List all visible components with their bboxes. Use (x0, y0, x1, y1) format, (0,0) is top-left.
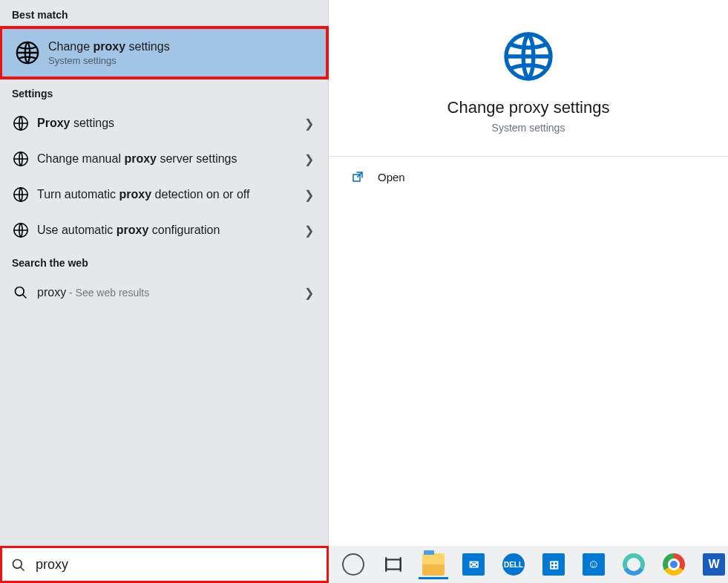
best-match-title: Change proxy settings (48, 40, 170, 53)
chevron-right-icon: ❯ (301, 188, 316, 202)
result-label: Turn automatic proxy detection on or off (37, 186, 301, 203)
result-label: Change manual proxy server settings (37, 151, 301, 167)
globe-icon (12, 221, 30, 239)
file-explorer-button[interactable] (419, 550, 448, 579)
best-match-result[interactable]: Change proxy settings System settings (0, 27, 328, 79)
taskbar-search-box[interactable] (0, 546, 329, 583)
svg-point-5 (16, 287, 24, 296)
mail-icon: ✉ (462, 553, 485, 576)
search-icon (10, 557, 27, 573)
result-label: proxy - See web results (37, 284, 301, 301)
chevron-right-icon: ❯ (301, 286, 316, 300)
svg-line-6 (23, 295, 27, 299)
section-header-web: Search the web (0, 248, 328, 275)
dell-button[interactable]: DELL (499, 550, 528, 579)
contacts-button[interactable]: ☺ (579, 550, 609, 579)
cortana-button[interactable] (338, 550, 368, 579)
chevron-right-icon: ❯ (301, 117, 316, 131)
detail-panel: Change proxy settings System settings Op… (329, 0, 728, 546)
result-label: Proxy settings (37, 115, 301, 131)
open-action[interactable]: Open (329, 157, 728, 197)
best-match-subtitle: System settings (48, 55, 170, 66)
svg-point-9 (13, 559, 22, 568)
svg-rect-11 (386, 560, 401, 570)
word-icon: W (703, 553, 725, 576)
edge-button[interactable] (619, 550, 649, 579)
globe-icon (12, 186, 30, 203)
detail-title: Change proxy settings (344, 98, 713, 117)
result-label: Use automatic proxy configuration (37, 222, 301, 238)
word-button[interactable]: W (699, 550, 728, 579)
section-header-settings: Settings (0, 79, 328, 105)
web-result-proxy[interactable]: proxy - See web results ❯ (0, 275, 328, 310)
mail-button[interactable]: ✉ (459, 550, 488, 579)
globe-icon (12, 150, 30, 168)
search-results-panel: Best match Change proxy settings System … (0, 0, 329, 546)
settings-result-auto-proxy-config[interactable]: Use automatic proxy configuration ❯ (0, 212, 328, 248)
chrome-icon (663, 553, 685, 576)
detail-header: Change proxy settings System settings (329, 0, 728, 157)
search-input[interactable] (36, 557, 318, 573)
globe-icon (502, 30, 555, 83)
open-label: Open (378, 171, 405, 183)
settings-result-manual-proxy[interactable]: Change manual proxy server settings ❯ (0, 141, 328, 177)
store-button[interactable]: ⊞ (539, 550, 568, 579)
detail-subtitle: System settings (344, 122, 713, 134)
contact-icon: ☺ (583, 553, 605, 576)
chrome-button[interactable] (659, 550, 689, 579)
taskbar: ✉ DELL ⊞ ☺ W (0, 546, 728, 583)
globe-icon (12, 114, 30, 132)
taskview-icon (384, 555, 403, 574)
task-view-button[interactable] (378, 550, 408, 579)
globe-icon (14, 39, 41, 66)
section-header-best-match: Best match (0, 0, 328, 27)
best-match-text: Change proxy settings System settings (48, 40, 170, 66)
circle-icon (342, 553, 364, 576)
taskbar-icons: ✉ DELL ⊞ ☺ W (338, 550, 728, 579)
folder-icon (422, 553, 445, 576)
store-icon: ⊞ (542, 553, 565, 576)
chevron-right-icon: ❯ (301, 152, 316, 166)
edge-icon (623, 553, 645, 576)
settings-result-auto-detection[interactable]: Turn automatic proxy detection on or off… (0, 177, 328, 212)
chevron-right-icon: ❯ (301, 224, 316, 238)
svg-line-10 (21, 567, 24, 570)
settings-result-proxy-settings[interactable]: Proxy settings ❯ (0, 105, 328, 141)
dell-icon: DELL (502, 553, 525, 576)
search-icon (12, 284, 30, 302)
open-icon (350, 169, 366, 185)
